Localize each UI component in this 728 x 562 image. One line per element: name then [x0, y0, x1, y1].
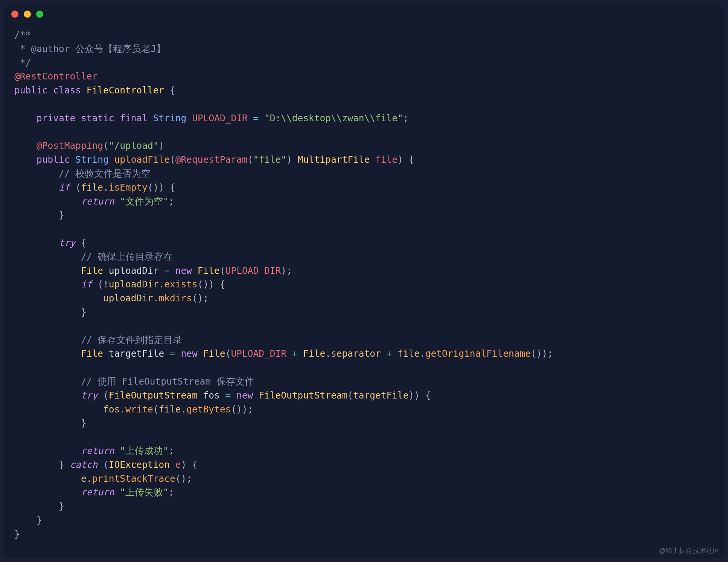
if-keyword: if [81, 279, 92, 290]
equals: = [164, 348, 181, 359]
rparen-brace: ) { [181, 459, 198, 470]
string-type: String [153, 113, 187, 124]
printstacktrace-call: printStackTrace [92, 473, 175, 484]
maximize-icon[interactable] [36, 11, 43, 18]
separator-field: separator [331, 348, 381, 359]
lparen-not: (! [92, 279, 109, 290]
rparen-semi: ); [281, 265, 292, 276]
dot: . [153, 293, 159, 304]
method-name: uploadFile [114, 154, 170, 165]
try-keyword: try [59, 237, 75, 248]
post-mapping-annotation: @PostMapping [37, 140, 103, 151]
rparen-brace: ) { [209, 279, 225, 290]
e-var: e [81, 473, 87, 484]
return-keyword: return [81, 487, 114, 498]
file-param: file [375, 154, 398, 165]
parens-semi: (); [175, 473, 192, 484]
dot: . [325, 348, 331, 359]
isempty-call: isEmpty [109, 182, 148, 193]
final-keyword: final [120, 113, 148, 124]
file-type: File [81, 265, 103, 276]
equals: = [159, 265, 175, 276]
e-param: e [175, 459, 181, 470]
minimize-icon[interactable] [24, 11, 31, 18]
upload-dir-ref: UPLOAD_DIR [231, 348, 286, 359]
rest-controller-annotation: @RestController [14, 71, 97, 82]
rparen-brace: )) { [408, 390, 431, 401]
request-param-annotation: @RequestParam [175, 154, 248, 165]
brace: { [164, 85, 175, 96]
uploaddir-var: uploadDir [109, 279, 159, 290]
file-var: file [81, 182, 103, 193]
brace: } [59, 501, 64, 512]
fos-ctor: FileOutputStream [259, 390, 347, 401]
dot: . [159, 279, 164, 290]
upload-dir-const: UPLOAD_DIR [192, 113, 248, 124]
file-var: file [159, 404, 181, 415]
success-string: "上传成功" [120, 445, 169, 456]
window-titlebar [4, 4, 724, 24]
lparen: ( [220, 265, 225, 276]
try-keyword: try [81, 390, 97, 401]
code-window: /** * @author 公众号【程序员老J】 */ @RestControl… [4, 4, 724, 558]
lparen: ( [103, 140, 109, 151]
lparen: ( [225, 348, 231, 359]
upload-dir-ref: UPLOAD_DIR [225, 265, 281, 276]
targetfile-var: targetFile [109, 348, 164, 359]
dot: . [420, 348, 425, 359]
brace: } [59, 459, 64, 470]
ioexception-type: IOException [109, 459, 170, 470]
private-keyword: private [37, 113, 75, 124]
public-keyword: public [37, 154, 70, 165]
brace: { [75, 237, 87, 248]
semicolon: ; [403, 113, 409, 124]
rparen: ) [398, 154, 403, 165]
rparen-semi: ()); [231, 404, 253, 415]
semicolon: ; [169, 196, 174, 207]
file-string: "file" [253, 154, 286, 165]
javadoc-close: */ [14, 57, 31, 68]
close-icon[interactable] [11, 11, 18, 18]
lparen: ( [97, 459, 109, 470]
watermark: @稀土掘金技术社区 [659, 546, 720, 555]
semicolon: ; [169, 487, 174, 498]
if-keyword: if [59, 182, 70, 193]
upload-path-string: "/upload" [109, 140, 159, 151]
fos-type: FileOutputStream [109, 390, 198, 401]
return-keyword: return [81, 445, 114, 456]
parens: () [198, 279, 209, 290]
getbytes-call: getBytes [186, 404, 231, 415]
class-name: FileController [87, 85, 164, 96]
comment-save-file: // 保存文件到指定目录 [81, 334, 182, 345]
dot: . [103, 182, 109, 193]
dot: . [181, 404, 187, 415]
failure-string: "上传失败" [120, 487, 169, 498]
equals: = [220, 390, 236, 401]
file-type: File [81, 348, 103, 359]
file-var: file [398, 348, 420, 359]
lparen: ( [153, 404, 159, 415]
rparen-brace: ) { [159, 182, 175, 193]
javadoc-author: * @author 公众号【程序员老J】 [14, 43, 166, 54]
uploaddir-var: uploadDir [103, 293, 153, 304]
parens: () [148, 182, 159, 193]
path-string: "D:\\desktop\\zwan\\file" [264, 113, 403, 124]
rparen: ) [159, 140, 164, 151]
lparen: ( [97, 390, 109, 401]
dot: . [120, 404, 125, 415]
comment-validate: // 校验文件是否为空 [59, 168, 151, 179]
plus: + [381, 348, 398, 359]
mkdirs-call: mkdirs [159, 293, 192, 304]
brace: } [81, 417, 87, 428]
comment-use-fos: // 使用 FileOutputStream 保存文件 [81, 376, 254, 387]
return-keyword: return [81, 196, 114, 207]
catch-keyword: catch [70, 459, 98, 470]
lparen: ( [170, 154, 175, 165]
lparen: ( [248, 154, 253, 165]
brace: { [403, 154, 414, 165]
fos-var: fos [203, 390, 220, 401]
brace: } [14, 528, 20, 539]
file-class: File [303, 348, 325, 359]
new-keyword: new [236, 390, 253, 401]
rparen-semi: ()); [531, 348, 553, 359]
